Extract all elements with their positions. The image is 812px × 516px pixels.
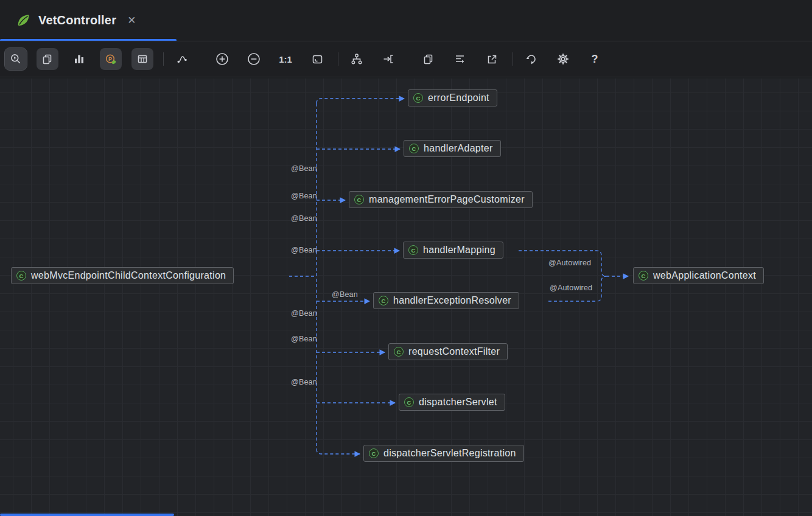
spring-profile-icon: P (105, 53, 117, 65)
class-icon: C (413, 93, 423, 103)
class-icon: C (369, 448, 379, 458)
refresh-button[interactable] (520, 48, 542, 70)
node-label: dispatcherServletRegistration (383, 448, 516, 459)
class-icon: C (16, 271, 26, 281)
node-label: handlerAdapter (424, 143, 493, 154)
apply-layout-button[interactable] (377, 48, 399, 70)
node-dispatcherServlet[interactable]: C dispatcherServlet (399, 394, 505, 411)
copy-icon (41, 53, 54, 65)
grid-icon (136, 53, 149, 65)
toolbar-separator (163, 52, 164, 66)
node-label: webApplicationContext (653, 270, 756, 281)
edge-label-autowired: @Autowired (550, 284, 592, 292)
fit-content-icon (311, 53, 324, 66)
bar-chart-button[interactable] (68, 48, 90, 70)
edge-label-bean: @Bean (291, 164, 317, 173)
edge-to-dispatcherServletRegistration (317, 449, 360, 454)
node-label: webMvcEndpointChildContextConfiguration (31, 270, 226, 281)
tab-vetcontroller[interactable]: VetController ✕ (0, 0, 149, 41)
copy-button[interactable] (37, 48, 58, 70)
settings-button[interactable] (552, 48, 574, 70)
horizontal-scrollbar-thumb[interactable] (0, 514, 174, 516)
connector-icon (176, 53, 188, 65)
node-dispatcherServletRegistration[interactable]: C dispatcherServletRegistration (363, 445, 524, 462)
edge-label-bean: @Bean (291, 214, 317, 223)
node-errorEndpoint[interactable]: C errorEndpoint (408, 89, 497, 106)
hierarchy-icon (351, 53, 363, 65)
editor-tab-bar: VetController ✕ (0, 0, 812, 41)
node-handlerExceptionResolver[interactable]: C handlerExceptionResolver (373, 292, 519, 309)
edge-label-bean: @Bean (291, 378, 317, 386)
zoom-out-icon (247, 52, 261, 66)
bar-chart-icon (73, 53, 85, 65)
edge-label-bean: @Bean (291, 192, 317, 200)
diagram-canvas[interactable]: @Bean @Bean @Bean @Bean @Bean @Bean @Bea… (0, 78, 812, 516)
edge-label-autowired: @Autowired (548, 259, 591, 267)
toolbar-separator (513, 52, 513, 66)
copy-diagram-button[interactable] (418, 48, 439, 70)
zoom-in-icon (215, 52, 229, 66)
class-icon: C (394, 347, 404, 357)
open-external-icon (486, 53, 499, 66)
node-label: handlerMapping (423, 245, 495, 256)
arrow-into-bracket-icon (382, 53, 394, 65)
node-webMvcEndpointChildContextConfiguration[interactable]: C webMvcEndpointChildContextConfiguratio… (11, 267, 234, 284)
node-requestContextFilter[interactable]: C requestContextFilter (388, 343, 508, 360)
edge-label-bean: @Bean (291, 309, 317, 318)
gear-icon (557, 53, 569, 65)
refresh-icon (525, 53, 537, 65)
connector-mode-button[interactable] (171, 48, 193, 70)
edge-label-bean: @Bean (291, 246, 317, 254)
class-icon: C (408, 245, 418, 255)
edge-label-bean: @Bean (332, 290, 358, 299)
zoom-in-button[interactable] (211, 48, 233, 70)
node-label: managementErrorPageCustomizer (369, 194, 525, 205)
list-lines-icon (454, 53, 466, 65)
node-label: dispatcherServlet (419, 397, 497, 408)
diagram-toolbar: P 1:1 (0, 41, 812, 77)
copy-diagram-icon (422, 53, 435, 65)
node-webApplicationContext[interactable]: C webApplicationContext (633, 267, 764, 284)
edge-label-list-button[interactable] (449, 48, 471, 70)
tab-title: VetController (38, 13, 116, 27)
class-icon: C (354, 195, 364, 204)
class-icon: C (404, 397, 414, 407)
node-handlerMapping[interactable]: C handlerMapping (403, 242, 503, 259)
node-label: handlerExceptionResolver (393, 295, 511, 306)
class-icon: C (639, 271, 648, 281)
tab-close-icon[interactable]: ✕ (127, 15, 136, 26)
svg-text:P: P (108, 56, 112, 62)
node-label: errorEndpoint (428, 92, 489, 103)
grid-view-button[interactable] (131, 48, 153, 70)
edge-label-bean: @Bean (291, 335, 317, 343)
magnifier-cursor-icon (10, 53, 22, 65)
class-icon: C (409, 144, 419, 153)
help-button[interactable]: ? (584, 48, 606, 70)
node-label: requestContextFilter (408, 346, 500, 357)
zoom-out-button[interactable] (243, 48, 265, 70)
layout-hierarchy-button[interactable] (346, 48, 368, 70)
class-icon: C (379, 296, 388, 305)
spring-leaf-icon (16, 13, 31, 28)
open-in-editor-button[interactable] (481, 48, 503, 70)
fit-content-button[interactable] (306, 48, 328, 70)
actual-size-button[interactable]: 1:1 (275, 48, 296, 70)
pan-zoom-mode-button[interactable] (5, 48, 27, 70)
spring-profiles-button[interactable]: P (100, 48, 122, 70)
node-managementErrorPageCustomizer[interactable]: C managementErrorPageCustomizer (349, 191, 533, 208)
toolbar-separator (338, 52, 338, 66)
node-handlerAdapter[interactable]: C handlerAdapter (404, 140, 501, 157)
edge-to-errorEndpoint (317, 99, 404, 103)
